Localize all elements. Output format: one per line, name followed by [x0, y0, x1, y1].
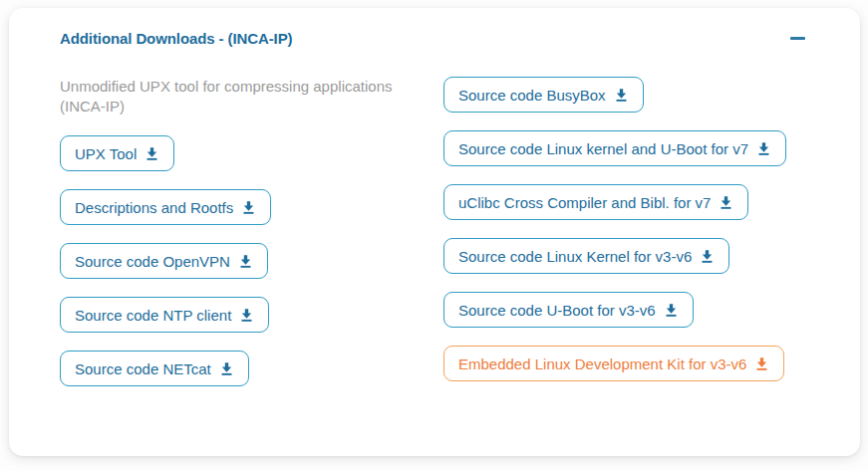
download-button[interactable]: uClibc Cross Compiler and Bibl. for v7 — [443, 184, 748, 220]
download-button[interactable]: Descriptions and Rootfs — [60, 189, 271, 225]
download-icon — [238, 254, 253, 269]
download-icon — [700, 249, 715, 264]
download-icon — [664, 303, 679, 318]
additional-downloads-card: Additional Downloads - (INCA-IP) Unmodif… — [9, 8, 860, 456]
page-background: Additional Downloads - (INCA-IP) Unmodif… — [0, 0, 868, 471]
card-header: Additional Downloads - (INCA-IP) — [60, 30, 809, 47]
download-button-label: Source code BusyBox — [458, 87, 606, 104]
collapse-button[interactable] — [786, 31, 809, 46]
download-button-label: Source code OpenVPN — [75, 253, 230, 270]
download-button-label: UPX Tool — [75, 145, 137, 162]
download-icon — [719, 195, 733, 210]
download-button-label: Embedded Linux Development Kit for v3-v6 — [458, 355, 746, 372]
download-button[interactable]: UPX Tool — [60, 135, 174, 171]
download-icon — [754, 356, 769, 371]
download-button[interactable]: Source code NTP client — [60, 297, 269, 333]
download-button[interactable]: Source code Linux Kernel for v3-v6 — [443, 238, 729, 274]
description-text: Unmodified UPX tool for compressing appl… — [60, 77, 411, 117]
download-button-label: Source code Linux kernel and U-Boot for … — [458, 140, 748, 157]
download-button-label: Descriptions and Rootfs — [75, 199, 233, 216]
download-icon — [239, 308, 254, 323]
download-button-label: uClibc Cross Compiler and Bibl. for v7 — [458, 194, 711, 211]
download-button[interactable]: Source code U-Boot for v3-v6 — [443, 292, 694, 328]
card-title: Additional Downloads - (INCA-IP) — [60, 30, 292, 47]
downloads-column-left: Unmodified UPX tool for compressing appl… — [60, 77, 443, 404]
download-icon — [241, 200, 256, 215]
download-button-label: Source code NETcat — [75, 360, 211, 377]
download-button-label: Source code U-Boot for v3-v6 — [458, 302, 656, 319]
minus-icon — [790, 37, 805, 40]
download-button-label: Source code Linux Kernel for v3-v6 — [458, 248, 692, 265]
download-icon — [219, 361, 234, 376]
download-icon — [614, 88, 629, 103]
download-button[interactable]: Embedded Linux Development Kit for v3-v6 — [443, 346, 784, 381]
card-body: Unmodified UPX tool for compressing appl… — [60, 77, 809, 404]
download-button[interactable]: Source code OpenVPN — [60, 243, 268, 279]
download-button-label: Source code NTP client — [75, 307, 231, 324]
download-button[interactable]: Source code Linux kernel and U-Boot for … — [443, 130, 786, 166]
download-button[interactable]: Source code BusyBox — [443, 77, 644, 113]
downloads-column-right: Source code BusyBox Source code Linux ke… — [443, 77, 809, 404]
download-button[interactable]: Source code NETcat — [60, 351, 249, 386]
download-icon — [756, 141, 771, 156]
download-icon — [145, 146, 159, 161]
